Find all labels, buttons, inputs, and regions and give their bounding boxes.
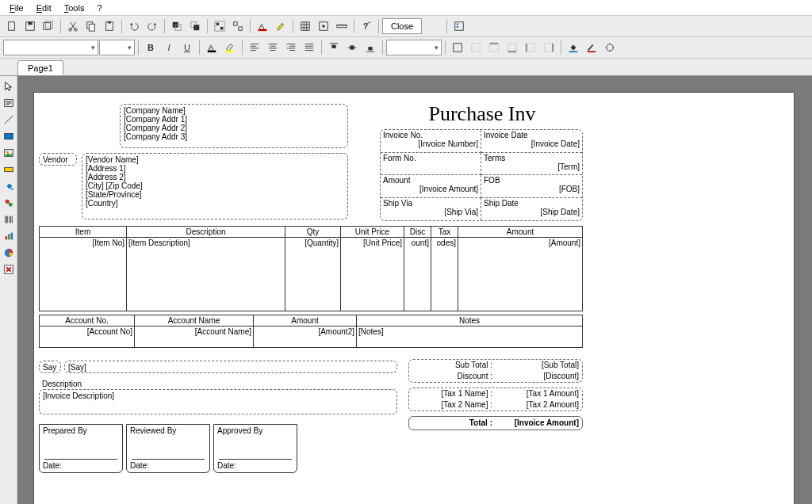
ruler-icon[interactable] <box>333 17 350 35</box>
valign-top-icon[interactable] <box>325 39 343 56</box>
menu-file[interactable]: File <box>3 2 30 14</box>
svg-rect-53 <box>10 233 13 240</box>
cut-icon[interactable] <box>64 17 82 35</box>
report-title[interactable]: Purchase Inv <box>383 101 581 129</box>
border-style-combo[interactable] <box>386 40 442 55</box>
border-none-icon[interactable] <box>467 39 485 56</box>
undo-icon[interactable] <box>125 17 143 35</box>
tab-page1[interactable]: Page1 <box>17 60 63 75</box>
copy-icon[interactable] <box>82 17 100 35</box>
font-fg-icon[interactable]: A <box>203 39 220 56</box>
redo-icon[interactable] <box>144 17 161 35</box>
svg-rect-26 <box>457 24 459 25</box>
vendor-name: [Vendor Name] <box>86 155 344 164</box>
effects-icon[interactable] <box>601 39 619 56</box>
shape-tool-icon[interactable] <box>2 196 16 210</box>
menu-edit[interactable]: Edit <box>30 2 58 14</box>
hdr-terms: [Term] <box>484 162 580 171</box>
totals-grand[interactable]: Total : [Invoice Amount] <box>408 416 583 430</box>
send-back-icon[interactable] <box>186 17 204 35</box>
company-block[interactable]: [Company Name] [Company Addr 1] [Company… <box>120 104 348 148</box>
sig-prepared[interactable]: Prepared By Date: <box>39 424 123 473</box>
fill-tool-icon[interactable] <box>2 179 16 193</box>
hdr-grid[interactable]: Invoice No. [Invoice Number] Invoice Dat… <box>380 129 583 221</box>
italic-icon[interactable]: I <box>160 39 178 56</box>
paste-icon[interactable] <box>101 17 118 35</box>
hdr-amount: [Invoice Amount] <box>383 185 478 193</box>
close-tool-icon[interactable] <box>2 262 16 277</box>
align-left-icon[interactable] <box>246 39 263 56</box>
font-name-combo[interactable] <box>3 40 98 55</box>
image-tool-icon[interactable] <box>2 146 16 160</box>
vendor-block[interactable]: [Vendor Name] [Address 1] [Address 2] [C… <box>82 153 348 220</box>
toolbar-main: A ? Close <box>0 16 812 37</box>
accounts-table[interactable]: Account No. Account Name Amount Notes [A… <box>39 315 583 348</box>
menu-help[interactable]: ? <box>90 2 108 14</box>
say-label[interactable]: Say <box>39 361 61 373</box>
design-canvas[interactable]: [Company Name] [Company Addr 1] [Company… <box>17 76 812 504</box>
totals-sub[interactable]: Sub Total : [Sub Total] Discount : [Disc… <box>408 359 583 383</box>
group-icon[interactable] <box>211 17 228 35</box>
desc-field[interactable]: [Invoice Description] <box>39 389 397 414</box>
vendor-label[interactable]: Vendor <box>39 153 77 166</box>
hdr-fob-l: FOB <box>484 176 580 185</box>
bind-acctamt: [Amount2] <box>254 326 357 347</box>
sig-prepared-l: Prepared By <box>40 425 122 437</box>
sig-reviewed[interactable]: Reviewed By Date: <box>126 424 210 473</box>
barcode-tool-icon[interactable] <box>2 212 16 227</box>
menu-tools[interactable]: Tools <box>58 2 91 14</box>
align-justify-icon[interactable] <box>301 39 318 56</box>
line-tool-icon[interactable] <box>2 113 16 127</box>
say-field[interactable]: [Say] <box>64 361 397 373</box>
valign-bottom-icon[interactable] <box>362 39 379 56</box>
save-icon[interactable] <box>21 17 39 35</box>
tax2-v: [Tax 2 Amount] <box>496 399 582 410</box>
grid-icon[interactable] <box>297 17 314 35</box>
fill-color-icon[interactable] <box>565 39 582 56</box>
font-size-combo[interactable] <box>99 40 135 55</box>
font-bg-icon[interactable] <box>221 39 239 56</box>
highlight-icon[interactable] <box>272 17 289 35</box>
border-bottom-icon[interactable] <box>504 39 521 56</box>
ungroup-icon[interactable] <box>229 17 247 35</box>
close-button[interactable]: Close <box>382 18 422 34</box>
underline-icon[interactable]: U <box>178 39 196 56</box>
border-all-icon[interactable] <box>449 39 466 56</box>
snap-icon[interactable] <box>315 17 332 35</box>
svg-rect-37 <box>508 44 517 52</box>
new-icon[interactable] <box>3 17 21 35</box>
valign-middle-icon[interactable] <box>343 39 361 56</box>
company-addr2: [Company Addr 2] <box>124 124 344 132</box>
hdr-shipdate: [Ship Date] <box>484 208 580 216</box>
totals-tax[interactable]: [Tax 1 Name] : [Tax 1 Amount] [Tax 2 Nam… <box>408 388 583 411</box>
text-tool-icon[interactable] <box>2 96 16 110</box>
font-color-icon[interactable]: A <box>254 17 271 35</box>
svg-rect-41 <box>588 51 596 52</box>
sig-approved[interactable]: Approved By Date: <box>213 424 297 473</box>
svg-rect-32 <box>350 45 354 49</box>
border-right-icon[interactable] <box>540 39 557 56</box>
bind-acctno: [Account No] <box>40 326 135 347</box>
border-top-icon[interactable] <box>485 39 503 56</box>
bold-icon[interactable]: B <box>142 39 159 56</box>
save-all-icon[interactable] <box>40 17 57 35</box>
svg-text:?: ? <box>363 21 368 31</box>
align-center-icon[interactable] <box>264 39 282 56</box>
company-addr3: [Company Addr 3] <box>124 132 344 141</box>
hdr-invoice-date: [Invoice Date] <box>484 139 580 148</box>
rect-tool-icon[interactable] <box>2 129 16 143</box>
help-icon[interactable]: ? <box>358 17 375 35</box>
chart-tool-icon[interactable] <box>2 229 16 243</box>
hdr-invoice-date-l: Invoice Date <box>484 131 580 139</box>
hdr-fob: [FOB] <box>484 185 580 193</box>
line-color-icon[interactable] <box>583 39 600 56</box>
field-tool-icon[interactable] <box>2 162 16 177</box>
discount-l: Discount : <box>409 371 496 382</box>
form-view-icon[interactable] <box>450 17 468 35</box>
bring-front-icon[interactable] <box>168 17 186 35</box>
align-right-icon[interactable] <box>282 39 300 56</box>
border-left-icon[interactable] <box>522 39 539 56</box>
pointer-tool-icon[interactable] <box>2 79 16 94</box>
pie-tool-icon[interactable] <box>2 246 16 260</box>
items-table[interactable]: Item Description Qty Unit Price Disc Tax… <box>39 226 583 311</box>
